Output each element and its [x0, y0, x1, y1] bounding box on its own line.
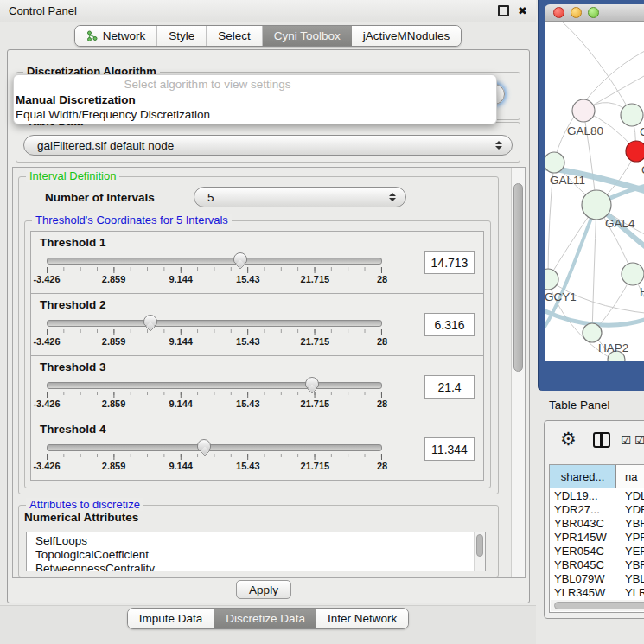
settings-scrollbar[interactable] [511, 168, 525, 577]
table-row[interactable]: YBR043CYBR0 [550, 516, 644, 530]
bottom-tab-bar: Impute Data Discretize Data Infer Networ… [0, 608, 536, 629]
threshold-3-value-input[interactable]: 21.4 [424, 375, 475, 399]
checkbox-icon[interactable]: ☑ [634, 434, 644, 446]
slider-track [47, 382, 382, 389]
dropdown-item-equal-width-frequency[interactable]: Equal Width/Frequency Discretization [14, 108, 496, 121]
node-label: GAL4 [605, 217, 635, 230]
table-row[interactable]: YDR27...YDR2 [550, 502, 644, 516]
node-label: H [640, 285, 644, 298]
tab-jactivemnodules[interactable]: jActiveMNodules [352, 26, 462, 46]
threshold-4-label: Threshold 4 [40, 423, 106, 436]
tab-cyni-toolbox[interactable]: Cyni Toolbox [263, 26, 352, 46]
thresholds-group-title: Threshold's Coordinates for 5 Intervals [32, 214, 232, 226]
maximize-window-icon[interactable] [588, 7, 599, 18]
number-of-intervals-value: 5 [207, 191, 214, 204]
node-label: GA [640, 125, 644, 138]
slider-track [47, 444, 382, 451]
threshold-2-value-input[interactable]: 6.316 [424, 313, 475, 336]
node-gal11 [545, 152, 564, 173]
node-label: GAL11 [550, 174, 585, 187]
close-panel-icon[interactable]: ✖ [518, 5, 527, 16]
table-horizontal-scrollbar[interactable] [551, 600, 644, 611]
slider-tick-labels: -3.426 2.859 9.144 15.43 21.715 28 [47, 336, 382, 348]
table-panel-title: Table Panel [549, 399, 610, 411]
threshold-4-slider[interactable]: -3.426 2.859 9.144 15.43 21.715 28 [47, 444, 382, 472]
table-row[interactable]: YPR145WYPR1 [550, 530, 644, 544]
threshold-1-slider[interactable]: -3.426 2.859 9.144 15.43 21.715 28 [47, 258, 382, 285]
numerical-attributes-list[interactable]: SelfLoops TopologicalCoefficient Between… [26, 532, 486, 571]
slider-thumb[interactable] [143, 315, 157, 327]
slider-ticks [47, 454, 382, 460]
node-table: shared... na YDL19...YDL1 YDR27...YDR2 Y… [549, 464, 644, 613]
network-icon [86, 30, 98, 41]
tab-style[interactable]: Style [157, 26, 207, 46]
cyni-toolbox-panel: Discretization Algorithm Table Data galF… [7, 49, 530, 603]
slider-thumb[interactable] [233, 252, 247, 265]
threshold-3-slider[interactable]: -3.426 2.859 9.144 15.43 21.715 28 [47, 382, 382, 410]
threshold-1-value-input[interactable]: 14.713 [424, 251, 475, 274]
combo-stepper-icon [389, 193, 396, 201]
list-item[interactable]: SelfLoops [27, 532, 485, 548]
tab-discretize-data[interactable]: Discretize Data [214, 609, 316, 628]
table-row[interactable]: YBL079WYBL0 [550, 571, 644, 585]
thresholds-group: Threshold's Coordinates for 5 Intervals … [24, 220, 491, 488]
table-data-combobox[interactable]: galFiltered.sif default node [23, 135, 513, 156]
list-item[interactable]: BetweennessCentrality [27, 562, 485, 571]
table-panel: ⚙ ☑ ☑ shared... na YDL19...YDL1 YDR27...… [544, 420, 644, 619]
table-data-selected-value: galFiltered.sif default node [37, 139, 174, 152]
tab-network[interactable]: Network [75, 26, 158, 46]
threshold-2-label: Threshold 2 [40, 298, 106, 311]
dropdown-item-manual-discretization[interactable]: Manual Discretization [14, 93, 496, 106]
gear-icon[interactable]: ⚙ [560, 430, 577, 448]
algorithm-dropdown-popup: Select algorithm to view settings Manual… [13, 74, 497, 124]
slider-tick-labels: -3.426 2.859 9.144 15.43 21.715 28 [47, 461, 382, 472]
tab-select[interactable]: Select [207, 26, 263, 46]
network-canvas[interactable]: GAL80 GA C GAL11 GAL4 GCY1 H HAP2 [545, 22, 644, 361]
columns-icon[interactable] [593, 432, 610, 448]
slider-tick-labels: -3.426 2.859 9.144 15.43 21.715 28 [47, 399, 382, 410]
float-panel-icon[interactable] [498, 5, 509, 16]
slider-ticks [47, 267, 382, 273]
threshold-1-label: Threshold 1 [40, 236, 106, 249]
node-label: GAL80 [567, 124, 603, 137]
close-window-icon[interactable] [553, 7, 564, 18]
node-h [622, 263, 644, 285]
list-item[interactable]: TopologicalCoefficient [27, 548, 485, 562]
slider-thumb[interactable] [305, 377, 319, 389]
number-of-intervals-combobox[interactable]: 5 [194, 187, 406, 207]
node-gal4 [582, 190, 611, 220]
table-header-row: shared... na [550, 465, 644, 488]
table-row[interactable]: YDL19...YDL1 [550, 488, 644, 502]
threshold-3-panel: Threshold 3 -3.426 2.859 9.144 15.43 21.… [30, 355, 484, 418]
threshold-2-panel: Threshold 2 -3.426 2.859 9.144 15.43 21.… [30, 293, 484, 356]
table-row[interactable]: YBR045CYBR0 [550, 558, 644, 571]
network-view-window[interactable]: GAL80 GA C GAL11 GAL4 GCY1 H HAP2 [538, 0, 644, 391]
interval-definition-group: Interval Definition Number of Intervals … [18, 176, 499, 494]
node-label: GCY1 [545, 290, 577, 303]
table-row[interactable]: YER054CYER0 [550, 544, 644, 558]
tab-infer-network[interactable]: Infer Network [316, 609, 408, 628]
table-data-group: Table Data galFiltered.sif default node [16, 122, 520, 163]
minimize-window-icon[interactable] [571, 7, 582, 18]
tab-impute-data[interactable]: Impute Data [128, 609, 215, 628]
column-header-name[interactable]: na [616, 465, 644, 488]
network-window-titlebar[interactable] [545, 4, 644, 22]
checkbox-icon[interactable]: ☑ [621, 434, 632, 446]
table-row[interactable]: YLR345WYLR3 [550, 585, 644, 599]
threshold-4-panel: Threshold 4 -3.426 2.859 9.144 15.43 21.… [30, 418, 484, 481]
screen: Control Panel ✖ Network Style Select Cyn… [0, 0, 644, 644]
slider-thumb[interactable] [197, 439, 211, 451]
list-scrollbar[interactable] [474, 532, 485, 571]
slider-track [47, 320, 382, 327]
apply-button[interactable]: Apply [236, 580, 291, 599]
node-ga [621, 104, 643, 126]
column-header-shared-name[interactable]: shared... [550, 465, 616, 488]
slider-track [47, 258, 382, 265]
threshold-2-slider[interactable]: -3.426 2.859 9.144 15.43 21.715 28 [47, 320, 382, 348]
threshold-4-value-input[interactable]: 11.344 [424, 437, 475, 461]
node-hap2 [583, 323, 602, 342]
table-toolbar: ⚙ ☑ ☑ [545, 421, 644, 461]
threshold-3-label: Threshold 3 [40, 360, 106, 373]
dropdown-placeholder-item[interactable]: Select algorithm to view settings [14, 78, 496, 91]
settings-scroll-viewport: Interval Definition Number of Intervals … [12, 167, 526, 578]
